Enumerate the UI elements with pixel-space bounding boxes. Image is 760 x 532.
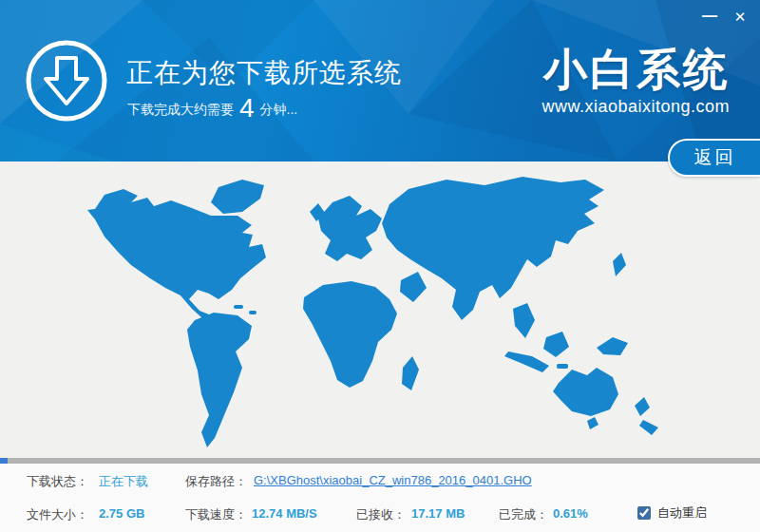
world-map [48,166,712,456]
save-path-link[interactable]: G:\XBGhost\xiaobai_CZ_win786_2016_0401.G… [254,473,532,487]
brand-block: 小白系统 www.xiaobaixitong.com [542,46,730,117]
auto-restart-label: 自动重启 [657,504,707,522]
download-status-label: 下载状态： [27,473,88,490]
completed-label: 已完成： [499,506,548,523]
received-value: 17.17 MB [411,506,465,521]
back-button[interactable]: 返回 [668,139,760,177]
download-icon [25,39,108,123]
app-window: — ✕ 正在为您下载所选系统 下载完成大约需要 4 分钟... 小白系统 www… [0,0,760,532]
header: — ✕ 正在为您下载所选系统 下载完成大约需要 4 分钟... 小白系统 www… [0,0,760,162]
auto-restart-checkbox[interactable] [637,506,651,520]
status-panel: 下载状态： 正在下载 保存路径： G:\XBGhost\xiaobai_CZ_w… [0,464,760,532]
page-title: 正在为您下载所选系统 [126,55,402,91]
speed-value: 12.74 MB/S [252,506,317,521]
file-size-value: 2.75 GB [99,506,144,521]
world-map-area [0,162,760,458]
eta-text: 下载完成大约需要 4 分钟... [127,98,297,119]
brand-url: www.xiaobaixitong.com [542,97,730,117]
save-path-label: 保存路径： [185,473,247,490]
close-button[interactable]: ✕ [728,6,752,27]
auto-restart-option[interactable]: 自动重启 [637,504,707,522]
eta-minutes: 4 [239,98,255,119]
minimize-button[interactable]: — [697,6,722,27]
brand-logo: 小白系统 [542,46,730,93]
received-label: 已接收： [356,506,406,523]
completed-value: 0.61% [553,506,588,521]
eta-suffix: 分钟... [260,102,298,119]
eta-prefix: 下载完成大约需要 [127,102,234,119]
file-size-label: 文件大小： [27,506,88,523]
download-status-value: 正在下载 [99,473,148,490]
speed-label: 下载速度： [185,506,247,523]
